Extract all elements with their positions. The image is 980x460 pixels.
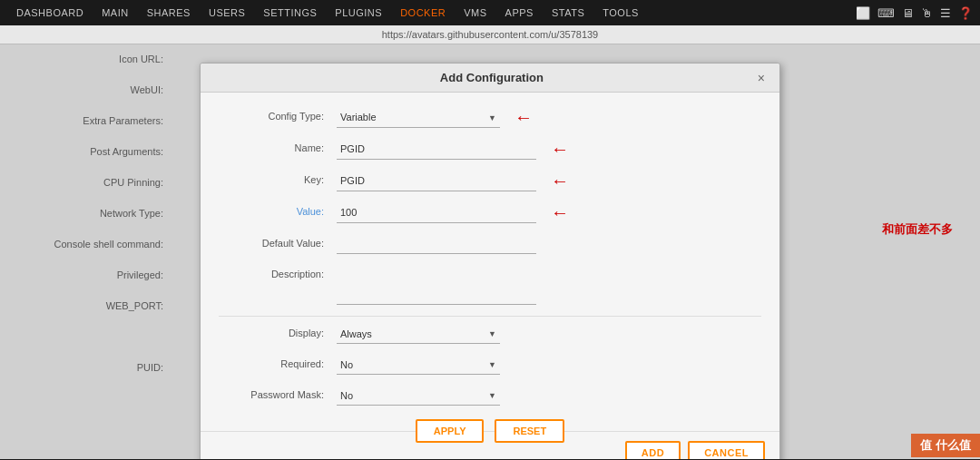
page-content: Icon URL: WebUI: Extra Parameters: Post … [0,44,980,460]
required-label: Required: [219,355,337,369]
add-configuration-modal: Add Configuration × Config Type: Variabl… [200,63,780,460]
nav-plugins[interactable]: PLUGINS [326,0,391,25]
nav-docker[interactable]: DOCKER [391,0,455,25]
config-type-row: Config Type: Variable Port Path Device L… [219,107,761,128]
display-label: Display: [219,324,337,338]
name-control: ← [337,139,761,160]
password-mask-label: Password Mask: [219,386,337,400]
top-navigation: DASHBOARD MAIN SHARES USERS SETTINGS PLU… [0,0,980,25]
description-label: Description: [219,265,337,279]
help-icon[interactable]: ❓ [958,6,973,20]
password-mask-select-wrap: No Yes ▼ [337,386,500,406]
value-control: ← [337,202,761,223]
config-type-select-wrap: Variable Port Path Device Label ▼ [337,108,500,128]
config-type-select[interactable]: Variable Port Path Device Label [337,108,500,128]
reset-button[interactable]: RESET [495,419,564,443]
nav-icons: ⬜ ⌨ 🖥 🖱 ☰ ❓ [856,6,973,20]
password-mask-row: Password Mask: No Yes ▼ [219,386,761,406]
key-row: Key: ← [219,171,761,191]
config-type-control: Variable Port Path Device Label ▼ ← [337,107,761,128]
modal-divider [219,316,761,317]
required-control: No Yes ▼ [337,355,761,375]
display-select[interactable]: Always Advanced [337,324,500,344]
description-control [337,265,761,305]
value-row: Value: ← [219,202,761,223]
nav-stats[interactable]: STATS [543,0,593,25]
watermark: 值 什么值 [911,434,980,457]
display-select-wrap: Always Advanced ▼ [337,324,500,344]
default-value-row: Default Value: [219,234,761,254]
list-icon[interactable]: ☰ [940,6,951,20]
nav-settings[interactable]: SETTINGS [254,0,326,25]
display-control: Always Advanced ▼ [337,324,761,344]
terminal-icon[interactable]: ⌨ [877,6,895,20]
password-mask-select[interactable]: No Yes [337,386,500,406]
nav-shares[interactable]: SHARES [138,0,200,25]
modal-overlay: Add Configuration × Config Type: Variabl… [0,44,980,460]
description-row: Description: [219,265,761,305]
description-input[interactable] [337,265,536,305]
name-row: Name: ← [219,139,761,160]
required-select-wrap: No Yes ▼ [337,355,500,375]
annotation-text: 和前面差不多 [882,221,953,238]
url-bar: https://avatars.githubusercontent.com/u/… [0,25,980,44]
modal-close-button[interactable]: × [754,72,769,84]
nav-users[interactable]: USERS [200,0,254,25]
cancel-button[interactable]: CANCEL [688,441,765,460]
monitor-icon[interactable]: 🖥 [902,6,914,20]
default-value-control [337,234,761,254]
nav-items: DASHBOARD MAIN SHARES USERS SETTINGS PLU… [7,0,856,25]
default-value-label: Default Value: [219,234,337,249]
config-type-red-arrow: ← [514,107,533,128]
url-text: https://avatars.githubusercontent.com/u/… [382,29,599,40]
name-input[interactable] [337,140,536,160]
nav-main[interactable]: MAIN [93,0,138,25]
default-value-input[interactable] [337,234,536,254]
key-label: Key: [219,171,337,185]
nav-tools[interactable]: TOOLS [593,0,648,25]
key-red-arrow: ← [551,171,569,191]
modal-title: Add Configuration [230,71,754,84]
key-control: ← [337,171,761,191]
modal-body: Config Type: Variable Port Path Device L… [201,93,779,431]
nav-vms[interactable]: VMS [455,0,495,25]
display-icon[interactable]: 🖱 [921,6,933,20]
value-label: Value: [219,202,337,217]
value-input[interactable] [337,203,536,223]
value-red-arrow: ← [551,202,569,223]
name-label: Name: [219,139,337,153]
bottom-buttons: APPLY RESET [0,419,980,443]
modal-header: Add Configuration × [201,64,779,93]
key-input[interactable] [337,171,536,191]
config-type-label: Config Type: [219,107,337,122]
nav-dashboard[interactable]: DASHBOARD [7,0,93,25]
password-mask-control: No Yes ▼ [337,386,761,406]
apply-button[interactable]: APPLY [416,419,485,443]
nav-apps[interactable]: APPS [496,0,543,25]
required-row: Required: No Yes ▼ [219,355,761,375]
copy-icon[interactable]: ⬜ [856,6,870,20]
name-red-arrow: ← [551,139,569,160]
required-select[interactable]: No Yes [337,355,500,375]
display-row: Display: Always Advanced ▼ [219,324,761,344]
add-button[interactable]: ADD [625,441,681,460]
